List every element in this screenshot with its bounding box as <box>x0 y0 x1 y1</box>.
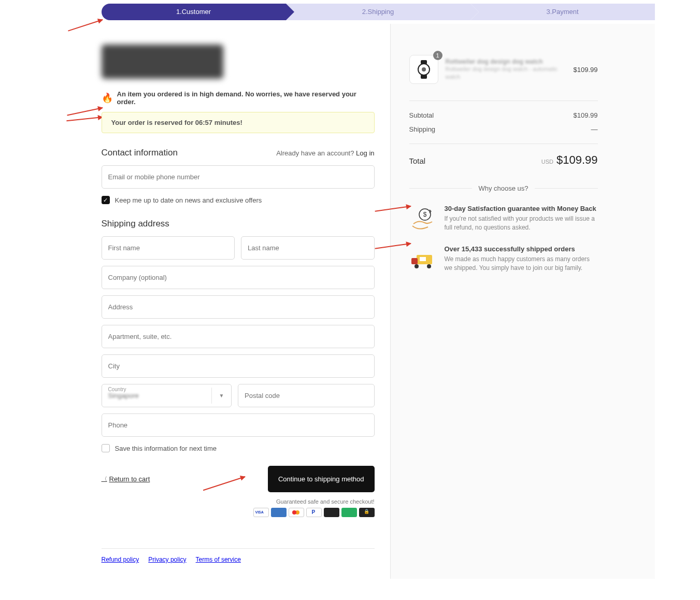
chevron-down-icon: ▼ <box>211 388 231 404</box>
subtotal-value: $109.99 <box>574 111 598 119</box>
subtotal-label: Subtotal <box>409 111 434 119</box>
benefit-1-title: 30-day Satisfaction guarantee with Money… <box>445 205 598 212</box>
reservation-timer-box: Your order is reserved for 06:57 minutes… <box>102 112 375 133</box>
fire-icon: 🔥 <box>102 92 113 104</box>
postal-code-field[interactable] <box>238 384 375 407</box>
discover-icon <box>324 508 339 517</box>
address-field[interactable] <box>102 295 375 319</box>
shipping-value: — <box>591 125 598 133</box>
save-info-label: Save this information for next time <box>115 445 217 452</box>
currency-label: USD <box>541 159 553 165</box>
total-label: Total <box>409 156 426 165</box>
login-link[interactable]: Log in <box>356 149 374 157</box>
city-field[interactable] <box>102 354 375 378</box>
terms-link[interactable]: Terms of service <box>196 556 241 563</box>
contact-heading: Contact information <box>102 148 178 158</box>
continue-button[interactable]: Continue to shipping method <box>268 466 375 492</box>
shopify-icon <box>341 508 357 517</box>
payment-icons <box>102 508 375 517</box>
money-back-icon: $ <box>409 205 437 234</box>
check-icon: ✓ <box>102 196 110 204</box>
mastercard-icon <box>289 508 304 517</box>
svg-point-10 <box>427 264 431 268</box>
country-select[interactable]: Country Singapore ▼ <box>102 384 232 407</box>
step-payment[interactable]: 3.Payment <box>470 4 655 20</box>
newsletter-label: Keep me up to date on news and exclusive… <box>115 196 262 204</box>
cart-item-row: 1 Rottweiler dog design dog watch Rottwe… <box>409 55 598 84</box>
chevron-left-icon: 〈 <box>102 475 107 483</box>
store-logo <box>102 45 223 79</box>
refund-policy-link[interactable]: Refund policy <box>102 556 139 563</box>
step-shipping[interactable]: 2.Shipping <box>286 4 470 20</box>
benefit-2-text: We made as much happy customers as many … <box>445 255 598 273</box>
high-demand-text: An item you ordered is in high demand. N… <box>117 90 375 106</box>
checkout-steps: 1.Customer 2.Shipping 3.Payment <box>102 4 655 20</box>
privacy-policy-link[interactable]: Privacy policy <box>148 556 186 563</box>
country-value: Singapore <box>108 392 212 399</box>
product-variant: Rottweiler dog design dog watch - automa… <box>446 65 566 81</box>
quantity-badge: 1 <box>433 51 442 60</box>
secure-checkout-text: Guaranteed safe and secure checkout! <box>102 498 375 505</box>
watch-icon <box>413 59 434 80</box>
svg-rect-8 <box>420 257 426 261</box>
amex-icon <box>271 508 287 517</box>
return-to-cart-link[interactable]: 〈 Return to cart <box>102 475 150 483</box>
paypal-icon <box>306 508 322 517</box>
lock-icon <box>359 508 375 517</box>
svg-point-3 <box>422 67 426 72</box>
svg-rect-7 <box>411 258 418 264</box>
visa-icon <box>253 508 269 517</box>
product-thumbnail <box>409 55 438 84</box>
high-demand-notice: 🔥 An item you ordered is in high demand.… <box>102 90 375 106</box>
product-title: Rottweiler dog design dog watch <box>446 58 566 65</box>
shipping-heading: Shipping address <box>102 219 375 229</box>
login-hint: Already have an account? Log in <box>276 149 374 157</box>
first-name-field[interactable] <box>102 236 235 260</box>
company-field[interactable] <box>102 266 375 289</box>
apartment-field[interactable] <box>102 325 375 348</box>
return-label: Return to cart <box>109 475 150 483</box>
shipping-label: Shipping <box>409 125 436 133</box>
newsletter-checkbox-row[interactable]: ✓ Keep me up to date on news and exclusi… <box>102 196 375 204</box>
phone-field[interactable] <box>102 413 375 437</box>
save-info-checkbox-row[interactable]: Save this information for next time <box>102 444 375 452</box>
svg-point-9 <box>415 264 419 268</box>
benefit-2-title: Over 15,433 successfully shipped orders <box>445 245 598 253</box>
total-value: $109.99 <box>556 153 598 166</box>
login-hint-prefix: Already have an account? <box>276 149 356 157</box>
why-choose-heading: Why choose us? <box>472 184 534 192</box>
checkbox-icon <box>102 444 110 452</box>
benefit-1-text: If you're not satisfied with your produc… <box>445 215 598 232</box>
step-customer[interactable]: 1.Customer <box>102 4 286 20</box>
svg-text:$: $ <box>423 211 426 218</box>
line-price: $109.99 <box>574 66 598 74</box>
last-name-field[interactable] <box>241 236 375 260</box>
email-field[interactable] <box>102 165 375 189</box>
truck-icon <box>409 245 437 274</box>
